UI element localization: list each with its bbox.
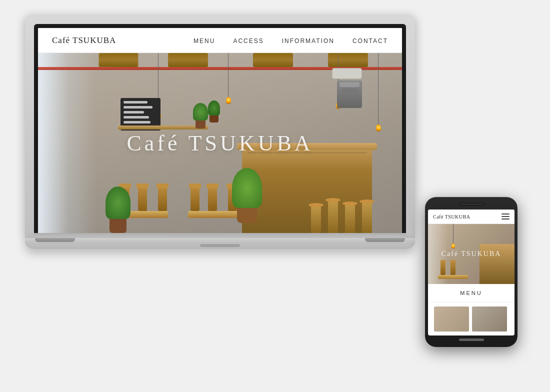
phone-section-title: MENU: [434, 290, 508, 296]
window-light: [38, 53, 98, 233]
phone-thumbnail-1: [434, 306, 469, 332]
laptop-screen-bezel: Café TSUKUBA MENU ACCESS INFORMATION CON…: [34, 24, 406, 233]
phone-bottom-content: [428, 302, 514, 336]
shelf-plant-2: [208, 100, 220, 122]
espresso-machine: [337, 80, 362, 108]
phone-home-indicator: [459, 338, 484, 341]
website-logo: Café TSUKUBA: [52, 36, 116, 46]
stool-1: [311, 206, 321, 233]
laptop-foot-right: [365, 238, 405, 242]
hanging-bulb-2: [226, 97, 231, 104]
nav-item-menu[interactable]: MENU: [194, 36, 215, 45]
chair-2: [138, 184, 147, 211]
ceiling-beam-2: [168, 53, 208, 67]
phone-bulb-wire: [453, 224, 454, 244]
ceiling-beam-3: [253, 53, 293, 67]
ceiling-beam-1: [98, 53, 138, 67]
phone-screen: Café TSUKUBA: [428, 210, 514, 336]
hamburger-line-2: [502, 216, 510, 217]
phone-body: Café TSUKUBA: [425, 197, 518, 347]
menu-line-2: [124, 106, 152, 108]
nav-link-information[interactable]: INFORMATION: [282, 38, 334, 44]
laptop-base: [25, 238, 415, 249]
phone-hero-text: Café TSUKUBA: [442, 250, 502, 258]
menu-line-4: [124, 116, 149, 118]
phone-table: [438, 275, 468, 279]
bar-stools: [311, 200, 372, 233]
hero-text: Café TSUKUBA: [126, 130, 313, 156]
phone-nav: Café TSUKUBA: [428, 210, 514, 224]
website-nav: Café TSUKUBA MENU ACCESS INFORMATION CON…: [38, 28, 402, 53]
stool-3: [345, 204, 355, 233]
phone-thumbnail-2: [472, 306, 507, 332]
laptop-mockup: Café TSUKUBA MENU ACCESS INFORMATION CON…: [25, 15, 415, 249]
nav-link-menu[interactable]: MENU: [194, 38, 215, 44]
phone-menu-section: MENU: [428, 284, 514, 302]
large-plant: [232, 168, 262, 223]
phone-chair-1: [440, 260, 446, 275]
phone-chair-2: [450, 260, 456, 275]
nav-link-contact[interactable]: CONTACT: [352, 38, 388, 44]
nav-item-information[interactable]: INFORMATION: [282, 36, 334, 45]
scene: Café TSUKUBA MENU ACCESS INFORMATION CON…: [0, 0, 550, 392]
nav-item-contact[interactable]: CONTACT: [352, 36, 388, 45]
stool-2: [328, 200, 338, 233]
laptop-hinge: [34, 233, 406, 238]
menu-line-5: [124, 121, 150, 124]
chair-3: [158, 184, 167, 211]
phone-mockup: Café TSUKUBA: [425, 197, 518, 347]
phone-logo: Café TSUKUBA: [433, 214, 470, 220]
ceiling-beam-4: [328, 53, 368, 67]
hanging-bulb-4: [376, 124, 381, 132]
menu-line-3: [124, 111, 144, 114]
floor-plant: [106, 186, 130, 233]
hamburger-line-1: [502, 214, 510, 214]
ac-unit: [332, 68, 362, 79]
website-hero: Café TSUKUBA: [38, 53, 402, 233]
chair-5: [208, 184, 217, 211]
bulb-wire-4: [378, 53, 378, 126]
menu-line-1: [124, 101, 148, 104]
stool-4: [362, 202, 372, 233]
hamburger-menu-icon[interactable]: [502, 214, 510, 220]
laptop-foot-left: [35, 238, 75, 242]
phone-hero: Café TSUKUBA: [428, 224, 514, 284]
chair-4: [190, 184, 200, 211]
nav-link-access[interactable]: ACCESS: [233, 38, 264, 44]
phone-bulb: [452, 244, 455, 248]
bulb-wire-2: [228, 53, 228, 98]
website-nav-links: MENU ACCESS INFORMATION CONTACT: [194, 36, 388, 45]
nav-item-access[interactable]: ACCESS: [233, 36, 264, 45]
laptop-body: Café TSUKUBA MENU ACCESS INFORMATION CON…: [25, 15, 415, 238]
hamburger-line-3: [502, 218, 510, 220]
phone-speaker: [459, 203, 484, 206]
laptop-screen: Café TSUKUBA MENU ACCESS INFORMATION CON…: [38, 28, 402, 233]
laptop-feet: [25, 238, 415, 242]
shelf-plant-1: [193, 103, 208, 128]
